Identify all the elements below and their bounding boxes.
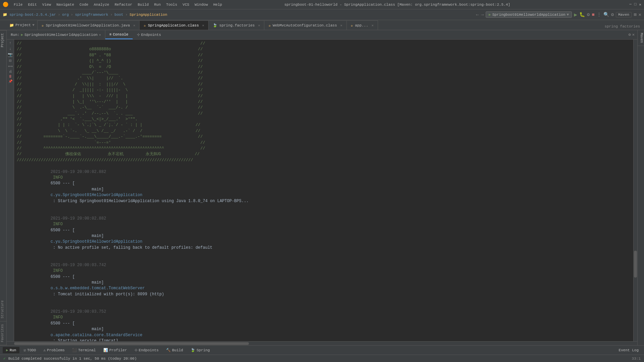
menu-view[interactable]: View <box>40 2 54 7</box>
nav-project[interactable]: spring-boot-2.5.4.jar <box>9 13 56 17</box>
favorites-panel-label[interactable]: Favorites <box>0 321 6 345</box>
menu-analyze[interactable]: Analyze <box>91 2 112 7</box>
menu-code[interactable]: Code <box>77 2 91 7</box>
run-coverage-icon[interactable]: ⚙ <box>587 12 590 17</box>
clear-icon[interactable]: 🗑 <box>9 74 12 78</box>
terminal-tab-label: Terminal <box>78 348 96 352</box>
tab-webmvc[interactable]: ☕ WebMvcAutoConfiguration.class ✕ <box>264 20 346 30</box>
menu-vcs[interactable]: VCS <box>180 2 192 7</box>
tab-factories[interactable]: 🍃 spring.factories ✕ <box>209 20 265 30</box>
stop-icon[interactable]: ■ <box>592 12 594 17</box>
tab-class[interactable]: ☕ SpringApplication.class ✕ <box>140 20 208 30</box>
run-header-actions: ⚙ ✕ <box>629 32 637 37</box>
spring-tab-label: Spring <box>197 348 210 352</box>
nav-forward-icon[interactable]: → <box>481 12 484 17</box>
run-tab-icon: ▶ <box>6 348 8 352</box>
run-label: Run: ▶ Springboot01HelloworldApplication… <box>7 30 105 39</box>
nav-class[interactable]: SpringApplication <box>129 13 167 17</box>
bottom-tab-run[interactable]: ▶ Run <box>3 347 19 353</box>
log-line-3: 2021-09-19 20:00:03.742 INFO 6500 --- [ … <box>17 256 631 303</box>
run-config-label: Springboot01HelloworldApplication <box>24 33 98 37</box>
menu-build[interactable]: Build <box>135 2 151 7</box>
bottom-tab-spring[interactable]: 🍃 Spring <box>187 347 213 353</box>
menu-file[interactable]: File <box>11 2 25 7</box>
menu-tools[interactable]: Tools <box>163 2 180 7</box>
spring-art-line-5: // O\ = /O // <box>17 64 631 70</box>
spring-art-line-3: // 88" . "88 // <box>17 53 631 58</box>
endpoints-tab[interactable]: ⊹ Endpoints <box>133 30 165 39</box>
camera-icon[interactable]: 📷 <box>8 52 13 57</box>
project-panel-label[interactable]: Project <box>0 30 6 50</box>
menu-edit[interactable]: Edit <box>25 2 39 7</box>
log-class-1: c.yu.Springboot01HelloworldApplication <box>51 193 143 197</box>
scroll-down-icon[interactable]: ↓ <box>9 47 11 51</box>
bottom-tab-profiler[interactable]: 📊 Profiler <box>100 347 130 353</box>
log-class-2: c.yu.Springboot01HelloworldApplication <box>51 239 143 244</box>
run-config-dropdown[interactable]: ▶ Springboot01HelloworldApplication ▼ <box>486 11 572 18</box>
run-debug-icon[interactable]: 🐛 <box>579 12 585 17</box>
tab-factories-close[interactable]: ✕ <box>258 23 260 27</box>
maven-panel-label[interactable]: Maven <box>638 30 644 46</box>
bottom-tab-terminal[interactable]: ⬛ Terminal <box>69 347 99 353</box>
console-content[interactable]: // // // o8888888o // // <box>14 40 633 341</box>
bottom-tab-problems[interactable]: ⚠ Problems <box>40 347 68 353</box>
log-msg-1: : Starting Springboot01HelloworldApplica… <box>51 199 249 203</box>
run-text: Run: <box>11 33 19 37</box>
tab-webmvc-close[interactable]: ✕ <box>340 23 342 27</box>
project-panel-tab[interactable]: 📁 Project ▼ <box>7 20 38 30</box>
tab-class-close[interactable]: ✕ <box>202 23 204 27</box>
tab-java-close[interactable]: ✕ <box>133 23 135 27</box>
close-panel-icon[interactable]: ✕ <box>639 12 641 17</box>
menu-refactor[interactable]: Refactor <box>112 2 135 7</box>
maven-label[interactable]: Maven <box>616 12 632 17</box>
minimize-button[interactable]: ─ <box>629 2 632 7</box>
menu-navigate[interactable]: Navigate <box>54 2 77 7</box>
right-panels-strip: Maven <box>637 30 644 345</box>
h-scrollbar-thumb[interactable] <box>14 342 249 345</box>
nav-springframework[interactable]: springframework <box>75 13 108 17</box>
menu-window[interactable]: Window <box>192 2 211 7</box>
log-level-2: INFO <box>51 222 65 227</box>
run-play-icon[interactable]: ▶ <box>574 11 577 18</box>
tabs-bar: 📁 Project ▼ ☕ Springboot01HelloworldAppl… <box>0 20 644 30</box>
titlebar: 🟠 File Edit View Navigate Code Analyze R… <box>0 0 644 9</box>
sidebar-toggle-icon[interactable]: ⊞ <box>634 12 636 17</box>
more-actions-icon[interactable]: ⋮ <box>597 12 601 17</box>
scrollbar-track[interactable] <box>633 40 637 341</box>
bottom-tab-build[interactable]: 🔨 Build <box>163 347 186 353</box>
run-config-close[interactable]: ✕ <box>99 33 101 37</box>
tab-java[interactable]: ☕ Springboot01HelloworldApplication.java… <box>38 20 140 30</box>
todo-tab-label: TODO <box>27 348 36 352</box>
menu-run[interactable]: Run <box>151 2 163 7</box>
structure-panel-label[interactable]: Structure <box>0 298 6 321</box>
maximize-button[interactable]: □ <box>634 2 637 7</box>
event-log-button[interactable]: Event Log <box>616 348 641 353</box>
spring-art-line-7: // .' \\| |// `. // <box>17 76 631 81</box>
console-tab[interactable]: ≡ Console <box>105 30 133 39</box>
problems-tab-label: Problems <box>47 348 65 352</box>
nav-boot[interactable]: boot <box>114 13 123 17</box>
close-button[interactable]: ✕ <box>639 2 641 7</box>
search-icon[interactable]: 🔍 <box>603 12 609 17</box>
spring-art-line-2: // o8888888o // <box>17 47 631 52</box>
fold-icon[interactable]: ⊡ <box>9 58 11 63</box>
pin-icon[interactable]: 📌 <box>8 79 12 83</box>
tab-app[interactable]: ☕ app... ✕ <box>347 20 378 30</box>
scrollbar-thumb[interactable] <box>634 251 637 278</box>
tab-webmvc-label: WebMvcAutoConfiguration.class <box>273 23 337 27</box>
close-panel-icon[interactable]: ✕ <box>632 32 635 37</box>
problems-tab-icon: ⚠ <box>43 348 46 352</box>
nav-back-icon[interactable]: ← <box>476 12 479 17</box>
scroll-up-icon[interactable]: ↑ <box>9 41 11 46</box>
bottom-tab-todo[interactable]: ☑ TODO <box>20 347 39 353</box>
settings-action-icon[interactable]: ⚙ <box>629 32 631 37</box>
menu-help[interactable]: Help <box>211 2 225 7</box>
print-icon[interactable]: 🖨 <box>9 69 12 73</box>
tab-app-close[interactable]: ✕ <box>372 23 374 27</box>
nav-org[interactable]: org <box>62 13 69 17</box>
soft-wrap-icon[interactable]: ⟺ <box>8 64 13 68</box>
h-scrollbar[interactable] <box>7 341 637 345</box>
endpoints-tab-icon: ⊹ <box>135 348 138 352</box>
bottom-tab-endpoints[interactable]: ⊹ Endpoints <box>131 347 162 353</box>
settings-icon[interactable]: ⚙ <box>611 12 614 17</box>
